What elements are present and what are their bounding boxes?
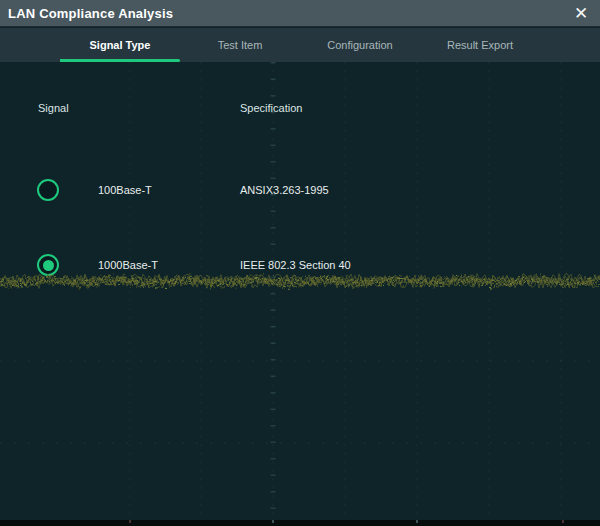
graticule-tick: [562, 520, 564, 523]
dialog-title: LAN Compliance Analysis: [8, 6, 173, 21]
tab-label: Result Export: [447, 39, 513, 51]
tab-label: Signal Type: [90, 39, 151, 51]
radio-100base-t[interactable]: [37, 179, 59, 201]
tab-bar: Signal Type Test Item Configuration Resu…: [0, 28, 600, 62]
specification-label: ANSIX3.263-1995: [240, 184, 329, 196]
dialog-titlebar: LAN Compliance Analysis ✕: [0, 0, 600, 27]
graticule-tick: [272, 520, 274, 523]
close-icon[interactable]: ✕: [568, 0, 594, 26]
dialog-body: Signal Specification 100Base-T ANSIX3.26…: [0, 62, 600, 520]
scope-noise-trace: [0, 266, 600, 296]
lan-compliance-dialog: LAN Compliance Analysis ✕ Signal Type Te…: [0, 0, 600, 526]
tab-signal-type[interactable]: Signal Type: [60, 28, 180, 62]
graticule-tick: [129, 520, 131, 523]
graticule-tick: [416, 520, 418, 523]
tab-result-export[interactable]: Result Export: [420, 28, 540, 62]
tab-configuration[interactable]: Configuration: [300, 28, 420, 62]
table-row-100base-t[interactable]: 100Base-T ANSIX3.263-1995: [0, 178, 600, 202]
tab-test-item[interactable]: Test Item: [180, 28, 300, 62]
tab-label: Test Item: [218, 39, 263, 51]
column-header-signal: Signal: [38, 102, 69, 114]
signal-label: 100Base-T: [98, 184, 152, 196]
bottom-bar: [0, 520, 600, 526]
tab-label: Configuration: [327, 39, 392, 51]
column-header-specification: Specification: [240, 102, 302, 114]
